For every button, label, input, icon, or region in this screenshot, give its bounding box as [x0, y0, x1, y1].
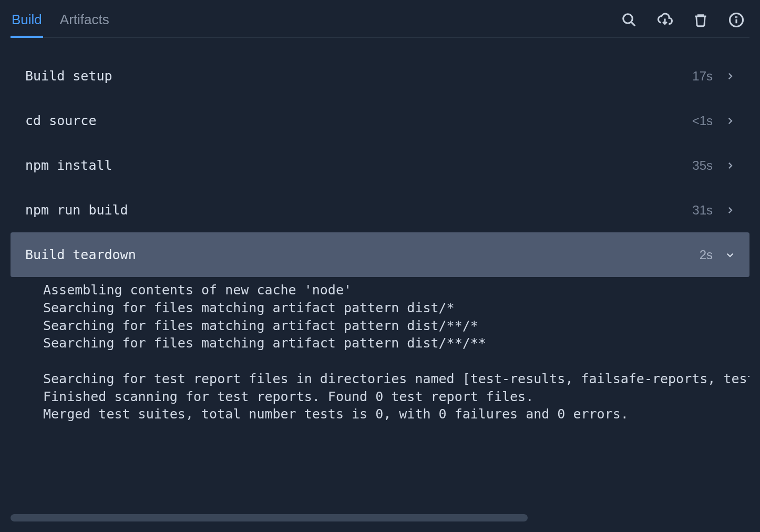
step-name: cd source	[25, 113, 96, 128]
step-name: npm run build	[25, 202, 128, 218]
search-icon[interactable]	[621, 12, 637, 28]
tab-bar: Build Artifacts	[11, 6, 110, 37]
download-cloud-icon[interactable]	[657, 12, 673, 28]
tab-label: Build	[12, 12, 42, 27]
step-duration: 2s	[700, 248, 713, 262]
step-meta: 35s	[692, 158, 735, 173]
build-steps-list: Build setup 17s cd source <1s npm instal…	[11, 38, 749, 514]
svg-line-1	[631, 22, 635, 26]
chevron-right-icon	[725, 116, 735, 126]
svg-point-0	[623, 14, 633, 23]
step-row-cd-source[interactable]: cd source <1s	[11, 98, 749, 143]
horizontal-scrollbar[interactable]	[11, 514, 749, 521]
step-row-build-setup[interactable]: Build setup 17s	[11, 54, 749, 98]
tab-label: Artifacts	[60, 12, 109, 27]
tab-build[interactable]: Build	[11, 6, 43, 37]
log-line: Merged test suites, total number tests i…	[43, 406, 629, 422]
step-meta: 31s	[692, 203, 735, 218]
step-meta: <1s	[692, 114, 735, 128]
info-icon[interactable]	[728, 12, 744, 28]
chevron-down-icon	[725, 250, 735, 260]
panel-header: Build Artifacts	[11, 0, 749, 38]
log-line: Searching for files matching artifact pa…	[43, 300, 455, 315]
log-line: Searching for files matching artifact pa…	[43, 335, 486, 351]
chevron-right-icon	[725, 206, 735, 215]
toolbar	[621, 12, 749, 32]
step-name: npm install	[25, 158, 112, 173]
step-row-npm-run-build[interactable]: npm run build 31s	[11, 188, 749, 232]
log-line: Searching for files matching artifact pa…	[43, 318, 478, 333]
step-duration: 31s	[692, 203, 713, 218]
chevron-right-icon	[725, 71, 735, 81]
chevron-right-icon	[725, 161, 735, 170]
tab-artifacts[interactable]: Artifacts	[59, 6, 110, 37]
step-row-build-teardown[interactable]: Build teardown 2s	[11, 232, 749, 277]
log-line: Assembling contents of new cache 'node'	[43, 282, 352, 298]
step-name: Build setup	[25, 68, 112, 84]
step-duration: 35s	[692, 158, 713, 173]
step-duration: <1s	[692, 114, 713, 128]
scrollbar-thumb[interactable]	[11, 514, 528, 521]
step-meta: 2s	[700, 248, 735, 262]
step-name: Build teardown	[25, 247, 136, 262]
log-line: Searching for test report files in direc…	[43, 371, 749, 386]
log-output: Assembling contents of new cache 'node' …	[11, 277, 749, 444]
svg-point-5	[736, 16, 736, 17]
step-meta: 17s	[692, 69, 735, 84]
step-duration: 17s	[692, 69, 713, 84]
trash-icon[interactable]	[693, 12, 708, 28]
build-log-panel: Build Artifacts Build setup 17	[0, 0, 760, 532]
step-row-npm-install[interactable]: npm install 35s	[11, 143, 749, 188]
log-line: Finished scanning for test reports. Foun…	[43, 389, 533, 404]
